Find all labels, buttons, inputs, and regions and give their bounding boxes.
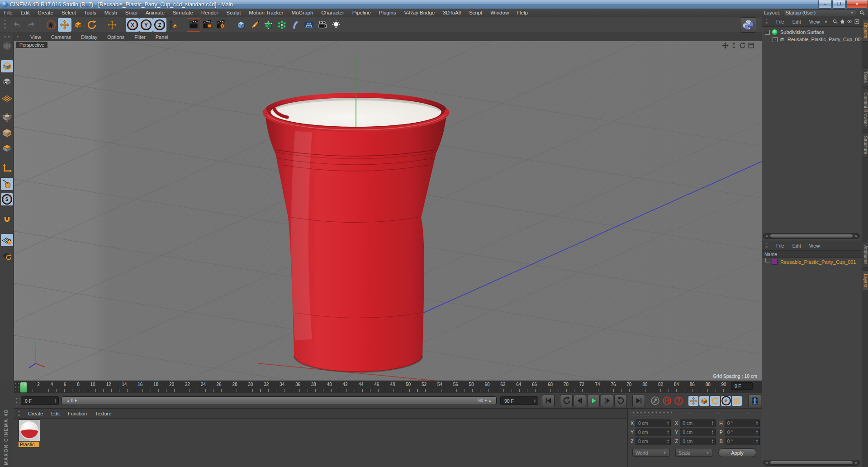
keyframe-selection-button[interactable] [673, 395, 684, 406]
add-array-generator[interactable] [275, 18, 289, 32]
material-menu-item[interactable]: Function [64, 411, 91, 416]
om-addpath-icon[interactable] [854, 19, 860, 24]
layer-manager-menu-item[interactable]: Edit [788, 243, 805, 248]
coordinate-system-dropdown[interactable]: World▼ [632, 449, 669, 457]
menu-item[interactable]: Select [57, 10, 80, 15]
scroll-right-icon[interactable]: ► [854, 234, 859, 238]
object-manager-menu-item[interactable]: View [805, 19, 824, 24]
stepper-icon[interactable]: ▲▼ [711, 430, 714, 434]
redo-button[interactable] [24, 18, 38, 32]
material-menu-item[interactable]: Texture [91, 411, 115, 416]
coordinate-field[interactable]: 0 cm ▲▼ [636, 429, 671, 436]
record-keyframe-button[interactable] [650, 395, 661, 406]
menu-item[interactable]: Mesh [100, 10, 121, 15]
viewport-grip[interactable] [17, 34, 21, 39]
menu-item[interactable]: Help [513, 10, 532, 15]
render-picture-viewer-button[interactable] [200, 18, 214, 32]
menu-item[interactable]: Render [197, 10, 223, 15]
layer-manager-grip[interactable] [764, 243, 768, 248]
coordinate-system-toggle[interactable] [166, 18, 180, 32]
layer-manager-menu-item[interactable]: File [772, 243, 788, 248]
stepper-icon[interactable]: ▲▼ [756, 439, 758, 443]
menu-item[interactable]: Simulate [169, 10, 197, 15]
add-light[interactable] [329, 18, 343, 32]
object-row-cup[interactable]: + Reusable_Plastic_Party_Cup_001 [765, 36, 862, 43]
menu-item[interactable]: Create [33, 10, 57, 15]
lock-z-axis[interactable]: Z [153, 18, 166, 32]
menu-item[interactable]: Edit [17, 10, 34, 15]
stepper-icon[interactable]: ▲▼ [756, 430, 758, 434]
window-titlebar[interactable]: CINEMA 4D R17.016 Studio (R17) - [Reusab… [0, 0, 868, 9]
lock-x-axis[interactable]: X [126, 18, 139, 32]
minimize-button[interactable]: – [818, 0, 832, 9]
viewport-menu-item[interactable]: Options [102, 34, 129, 40]
previous-frame-button[interactable] [574, 395, 586, 407]
polygons-mode[interactable] [1, 142, 13, 154]
points-mode[interactable] [1, 111, 13, 124]
palette-grip[interactable] [4, 34, 10, 38]
range-start-handle[interactable]: ◄ [66, 399, 70, 403]
lock-workplane[interactable] [1, 234, 13, 246]
key-pla-toggle[interactable] [732, 396, 742, 406]
last-used-tool[interactable] [105, 18, 119, 32]
object-manager-menu-item[interactable]: File [772, 19, 788, 24]
add-spline[interactable] [248, 18, 261, 32]
viewport-camera-label[interactable]: Perspective [16, 42, 47, 48]
goto-end-button[interactable] [632, 395, 645, 407]
layout-selector[interactable]: Startup (User)▼ [783, 9, 856, 16]
object-row-subdivision-surface[interactable]: − Subdivision Surface [765, 29, 862, 36]
model-mode[interactable] [1, 60, 13, 72]
coordinate-field[interactable]: 0 ° ▲▼ [725, 419, 760, 427]
scroll-right-icon[interactable]: ► [854, 461, 859, 464]
menu-item[interactable]: 3DToAll [439, 10, 465, 15]
autokey-button[interactable] [661, 395, 673, 406]
expand-icon[interactable]: + [773, 37, 778, 42]
name-column-header[interactable]: Name [762, 251, 862, 258]
play-loop-button[interactable] [614, 395, 627, 407]
add-subdivision-surface[interactable] [261, 18, 275, 32]
maximize-button[interactable]: ❒ [832, 0, 846, 9]
stepper-icon[interactable]: ▲▼ [667, 430, 669, 434]
open-timeline-button[interactable] [748, 395, 761, 407]
stepper-icon[interactable]: ▲▼ [534, 399, 536, 403]
menu-item[interactable]: Sculpt [222, 10, 245, 15]
menu-item[interactable]: Script [465, 10, 486, 15]
coordinate-field[interactable]: 0 cm ▲▼ [680, 419, 715, 427]
layer-row[interactable]: Reusable_Plastic_Party_Cup_001 [762, 258, 862, 266]
viewport-menu-item[interactable]: Cameras [46, 34, 76, 40]
scale-tool[interactable] [71, 18, 85, 32]
menu-item[interactable]: Character [317, 10, 348, 15]
material-menu-item[interactable]: Edit [47, 411, 64, 416]
coordinate-field[interactable]: 0 cm ▲▼ [680, 438, 715, 445]
close-button[interactable]: × [846, 0, 868, 9]
collapse-icon[interactable]: − [765, 30, 770, 35]
coordinates-grip[interactable] [630, 410, 672, 416]
current-frame-field[interactable]: 0 F ▲▼ [21, 396, 59, 405]
viewport-menu-item[interactable]: Display [76, 34, 102, 40]
tab-attributes[interactable]: Attributes [863, 242, 868, 268]
object-manager-grip[interactable] [764, 19, 768, 24]
menu-item[interactable]: Snap [121, 10, 142, 15]
render-view-button[interactable] [187, 18, 200, 32]
material-grip[interactable] [16, 411, 20, 416]
menu-item[interactable]: Tools [80, 10, 100, 15]
snap-settings[interactable]: S [1, 193, 13, 205]
layer-color-swatch[interactable] [772, 259, 778, 265]
toolbar-grip[interactable] [4, 20, 8, 30]
live-selection-tool[interactable] [44, 18, 58, 32]
menu-item[interactable]: Plugins [375, 10, 400, 15]
goto-start-button[interactable] [542, 395, 555, 407]
menu-overflow-icon[interactable]: ▶ [825, 20, 827, 24]
rotate-tool[interactable] [85, 18, 99, 32]
lock-y-axis[interactable]: Y [139, 18, 153, 32]
coordinate-field[interactable]: 0 ° ▲▼ [725, 438, 760, 445]
tab-content-browser[interactable]: Content Browser [863, 89, 868, 129]
scroll-left-icon[interactable]: ◄ [764, 461, 769, 464]
pan-view-icon[interactable] [722, 42, 729, 49]
texture-mode[interactable] [1, 76, 13, 88]
move-tool[interactable] [58, 18, 71, 32]
add-cube-object[interactable] [234, 18, 248, 32]
enable-axis-mode[interactable] [1, 162, 13, 175]
coordinate-mode-dropdown[interactable]: Scale▼ [675, 449, 712, 457]
material-name-label[interactable]: Plastic [19, 442, 39, 447]
